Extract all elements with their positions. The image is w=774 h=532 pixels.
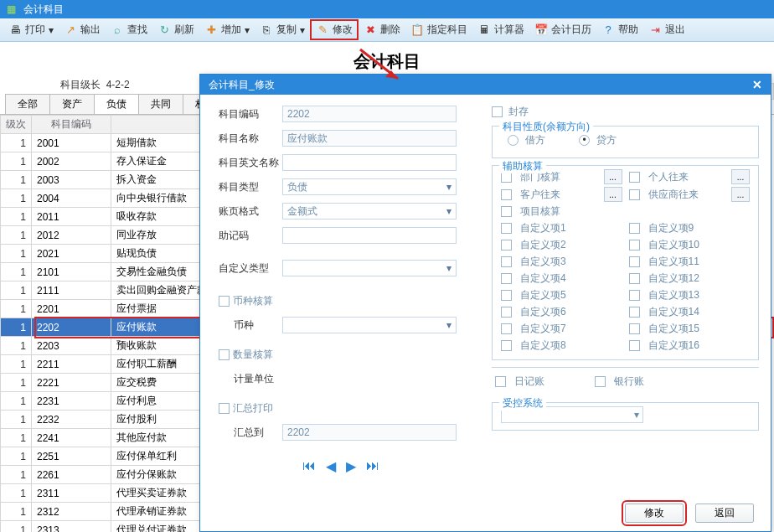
- aux-item[interactable]: 自定义项9: [629, 221, 725, 235]
- code-input[interactable]: [282, 106, 457, 122]
- aux-item[interactable]: 自定义项16: [629, 338, 725, 353]
- aux-item[interactable]: 自定义项13: [629, 288, 725, 302]
- ellipsis-button[interactable]: ...: [731, 187, 750, 202]
- seal-check[interactable]: [492, 106, 503, 117]
- modal-title: 会计科目_修改: [209, 78, 275, 92]
- col-level: 级次: [1, 116, 32, 134]
- print-button[interactable]: 🖶打印▾: [3, 20, 59, 39]
- print-icon: 🖶: [8, 23, 22, 37]
- aux-item[interactable]: 自定义项7: [501, 322, 597, 336]
- sum-check[interactable]: [219, 403, 230, 414]
- back-button[interactable]: 返回: [695, 504, 754, 523]
- refresh-button[interactable]: ↻刷新: [152, 20, 199, 39]
- modify-icon: ✎: [316, 23, 329, 37]
- aux-item[interactable]: 自定义项1: [501, 221, 597, 235]
- ellipsis-button[interactable]: ...: [604, 169, 622, 184]
- title-bar: 会计科目: [0, 0, 774, 18]
- debit-radio-icon: [508, 135, 519, 146]
- ellipsis-button[interactable]: ...: [731, 169, 750, 184]
- eng-label: 科目英文名称: [219, 156, 282, 170]
- aux-item[interactable]: 自定义项12: [629, 271, 725, 286]
- col-code: 科目编码: [32, 116, 111, 134]
- type-select[interactable]: 负债: [282, 178, 457, 195]
- mnem-input[interactable]: [282, 227, 457, 244]
- prev-icon[interactable]: ◀: [326, 458, 336, 474]
- modify-confirm-button[interactable]: 修改: [625, 504, 684, 523]
- aux-item[interactable]: 客户往来: [501, 187, 597, 202]
- refresh-label: 刷新: [174, 23, 194, 37]
- assign-label: 指定科目: [427, 23, 467, 37]
- tab-1[interactable]: 资产: [49, 94, 95, 114]
- help-button[interactable]: ?帮助: [596, 20, 643, 39]
- calc-label: 计算器: [494, 23, 524, 37]
- copy-button[interactable]: ⎘复制▾: [255, 20, 310, 39]
- output-button[interactable]: ↗输出: [59, 20, 106, 39]
- find-button[interactable]: ⌕查找: [106, 20, 152, 39]
- credit-radio[interactable]: 贷方: [579, 133, 617, 147]
- currency-chk-label: 币种核算: [233, 294, 273, 308]
- add-label: 增加: [221, 23, 241, 37]
- qty-chk-label: 数量核算: [233, 348, 273, 362]
- last-icon[interactable]: ⏭: [366, 458, 379, 474]
- sum-chk-label: 汇总打印: [233, 401, 273, 416]
- aux-item[interactable]: 自定义项4: [501, 271, 597, 286]
- calendar-button[interactable]: 📅会计日历: [529, 20, 596, 39]
- aux-item[interactable]: 个人往来: [629, 169, 725, 184]
- calendar-icon: 📅: [534, 23, 548, 37]
- aux-item[interactable]: 自定义项10: [629, 238, 725, 252]
- mnem-label: 助记码: [219, 229, 282, 243]
- assign-button[interactable]: 📋指定科目: [405, 20, 472, 39]
- eng-input[interactable]: [282, 154, 457, 171]
- debit-radio[interactable]: 借方: [508, 133, 545, 147]
- currency-select[interactable]: [282, 317, 457, 333]
- currency-check[interactable]: [219, 296, 230, 307]
- next-icon[interactable]: ▶: [346, 458, 356, 474]
- aux-item[interactable]: 自定义项15: [629, 322, 725, 336]
- add-icon: ✚: [204, 23, 218, 37]
- aux-item[interactable]: 供应商往来: [629, 187, 725, 202]
- first-icon[interactable]: ⏮: [302, 458, 316, 474]
- tab-3[interactable]: 共同: [138, 94, 183, 114]
- sum-label: 汇总到: [219, 426, 282, 440]
- calc-button[interactable]: 🖩计算器: [472, 20, 529, 39]
- close-icon[interactable]: ✕: [752, 78, 762, 91]
- sum-input[interactable]: [282, 424, 457, 441]
- acct-select[interactable]: 金额式: [282, 203, 457, 220]
- aux-item[interactable]: 自定义项5: [501, 288, 597, 302]
- delete-button[interactable]: ✖删除: [359, 20, 405, 39]
- modal-footer: 修改 返回: [625, 504, 754, 523]
- assign-icon: 📋: [410, 23, 424, 37]
- aux-item[interactable]: 自定义项11: [629, 255, 725, 269]
- journal-check[interactable]: 日记账: [495, 374, 544, 389]
- nature-fieldset: 科目性质(余额方向) 借方 贷方: [492, 126, 759, 158]
- bank-check[interactable]: 银行账: [595, 374, 644, 389]
- modify-modal: 会计科目_修改 ✕ 科目编码 科目名称 科目英文名称 科目类型负债 账页格式金额…: [199, 74, 771, 532]
- system-legend: 受控系统: [499, 396, 546, 411]
- dropdown-icon: ▾: [300, 24, 305, 36]
- tab-0[interactable]: 全部: [5, 94, 50, 114]
- exit-button[interactable]: ⇥退出: [643, 20, 690, 39]
- name-label: 科目名称: [219, 132, 282, 146]
- aux-item[interactable]: 自定义项3: [501, 255, 597, 269]
- modify-label: 修改: [333, 23, 353, 37]
- cust-select[interactable]: [282, 260, 457, 276]
- add-button[interactable]: ✚增加▾: [199, 20, 255, 39]
- name-input[interactable]: [282, 130, 457, 147]
- find-label: 查找: [127, 23, 147, 37]
- qty-check[interactable]: [219, 349, 230, 360]
- print-label: 打印: [25, 23, 45, 37]
- aux-item[interactable]: 自定义项6: [501, 305, 597, 319]
- aux-legend: 辅助核算: [499, 159, 546, 173]
- qty-label: 计量单位: [219, 372, 282, 386]
- aux-item[interactable]: 自定义项8: [501, 338, 597, 353]
- tab-2[interactable]: 负债: [94, 94, 139, 114]
- dropdown-icon: ▾: [245, 24, 250, 36]
- aux-item[interactable]: 自定义项14: [629, 305, 725, 319]
- delete-label: 删除: [380, 23, 400, 37]
- ellipsis-button[interactable]: ...: [604, 187, 622, 202]
- find-icon: ⌕: [111, 23, 124, 37]
- seal-label: 封存: [508, 106, 529, 117]
- aux-item[interactable]: 项目核算: [501, 204, 597, 219]
- aux-item[interactable]: 自定义项2: [501, 238, 597, 252]
- modify-button[interactable]: ✎修改: [310, 19, 359, 40]
